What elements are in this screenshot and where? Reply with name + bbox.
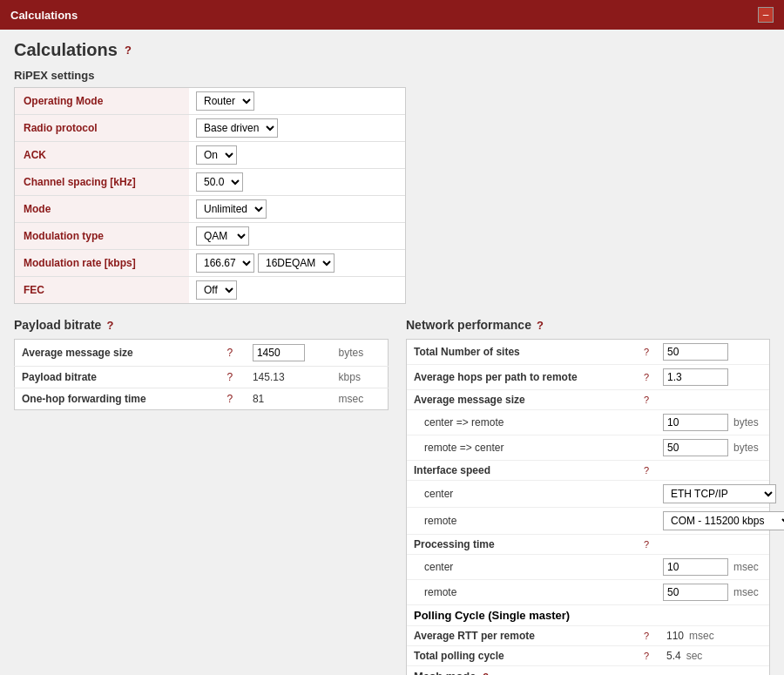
avg-message-size-input[interactable] [253, 344, 305, 361]
payload-table: Average message size ? bytes Payload bit… [14, 339, 389, 410]
ack-select[interactable]: OnOff [196, 145, 237, 165]
operating-mode-label: Operating Mode [15, 88, 189, 114]
page-help-icon[interactable]: ? [125, 44, 132, 57]
interface-speed-label: Interface speed [414, 464, 640, 476]
center-processing-row: center ? msec [407, 555, 769, 580]
remote-processing-unit: msec [733, 586, 759, 598]
payload-bitrate-row: Payload bitrate ? 145.13 kbps [15, 367, 389, 388]
minimize-button[interactable]: – [758, 7, 774, 23]
page-title-row: Calculations ? [14, 40, 770, 60]
processing-time-help[interactable]: ? [644, 539, 656, 550]
ack-value: OnOff [189, 142, 244, 168]
avg-hops-label: Average hops per path to remote [414, 371, 640, 383]
modulation-rate-label: Modulation rate [kbps] [15, 250, 189, 276]
remote-processing-label: remote [414, 586, 640, 598]
right-column: Network performance ? Total Number of si… [406, 318, 770, 675]
avg-rtt-label: Average RTT per remote [414, 630, 640, 642]
total-polling-label: Total polling cycle [414, 650, 640, 662]
avg-msg-size-header-row: Average message size ? [407, 390, 769, 410]
channel-spacing-label: Channel spacing [kHz] [15, 169, 189, 195]
avg-message-size-value [246, 340, 332, 367]
interface-speed-header-row: Interface speed ? [407, 461, 769, 481]
remote-interface-label: remote [414, 515, 640, 527]
payload-bitrate-label: Payload bitrate [15, 367, 220, 388]
mode-label: Mode [15, 196, 189, 222]
channel-spacing-value: 50.025.012.5 [189, 169, 250, 195]
ack-row: ACK OnOff [15, 142, 405, 169]
avg-hops-help[interactable]: ? [644, 372, 656, 382]
mesh-mode-label: Mesh mode ? [414, 670, 640, 675]
remote-to-center-row: remote => center ? bytes [407, 435, 769, 461]
center-processing-label: center [414, 561, 640, 573]
interface-speed-help[interactable]: ? [644, 465, 656, 476]
operating-mode-value: RouterBridgeSlave [189, 88, 261, 114]
fec-value: OffOn [189, 277, 244, 303]
remote-to-center-label: remote => center [414, 442, 640, 454]
mode-select[interactable]: UnlimitedLimited [196, 199, 267, 219]
remote-to-center-unit: bytes [733, 442, 759, 454]
one-hop-row: One-hop forwarding time ? 81 msec [15, 388, 389, 410]
center-processing-unit: msec [733, 561, 759, 573]
modulation-rate-value: 166.6783.33 16DEQAM8DEQAM [189, 250, 341, 276]
center-interface-select[interactable]: ETH TCP/IP COM - 115200 kbps COM - 57600… [663, 484, 776, 503]
total-sites-label: Total Number of sites [414, 346, 640, 358]
total-polling-help[interactable]: ? [644, 651, 656, 661]
modulation-type-value: QAM4FSK [189, 223, 256, 249]
avg-rtt-unit: msec [689, 630, 714, 642]
payload-section-header: Payload bitrate ? [14, 318, 389, 332]
modulation-type-row: Modulation type QAM4FSK [15, 223, 405, 250]
avg-message-size-unit: bytes [332, 340, 389, 367]
payload-help-icon[interactable]: ? [106, 319, 113, 332]
avg-message-size-label: Average message size [15, 340, 220, 367]
payload-bitrate-value: 145.13 [246, 367, 332, 388]
network-help-icon[interactable]: ? [537, 319, 544, 332]
main-content: Calculations ? RiPEX settings Operating … [0, 30, 784, 675]
center-processing-input[interactable] [663, 558, 728, 576]
polling-cycle-title-row: Polling Cycle (Single master) [407, 605, 769, 626]
total-sites-row: Total Number of sites ? [407, 340, 769, 365]
fec-label: FEC [15, 277, 189, 303]
avg-hops-input[interactable] [663, 368, 728, 386]
total-sites-input[interactable] [663, 343, 728, 361]
radio-protocol-label: Radio protocol [15, 115, 189, 141]
total-sites-help[interactable]: ? [644, 347, 656, 357]
center-to-remote-label: center => remote [414, 416, 640, 429]
network-section-header: Network performance ? [406, 318, 770, 332]
remote-processing-row: remote ? msec [407, 580, 769, 605]
center-to-remote-row: center => remote ? bytes [407, 410, 769, 435]
channel-spacing-select[interactable]: 50.025.012.5 [196, 172, 243, 192]
modulation-type-select[interactable]: QAM4FSK [196, 226, 249, 246]
ack-label: ACK [15, 142, 189, 168]
avg-message-size-help[interactable]: ? [220, 340, 245, 367]
processing-time-header-row: Processing time ? [407, 535, 769, 555]
radio-protocol-value: Base drivenFlexible [189, 115, 285, 141]
center-to-remote-input[interactable] [663, 414, 728, 431]
remote-to-center-input[interactable] [663, 439, 728, 456]
title-bar: Calculations – [0, 0, 784, 30]
ripex-section-title: RiPEX settings [14, 69, 770, 82]
mesh-mode-help[interactable]: ? [483, 672, 489, 675]
avg-rtt-help[interactable]: ? [644, 631, 656, 641]
payload-bitrate-unit: kbps [332, 367, 389, 388]
operating-mode-select[interactable]: RouterBridgeSlave [196, 91, 254, 111]
avg-rtt-value: 110 [666, 630, 684, 642]
remote-processing-input[interactable] [663, 584, 728, 601]
one-hop-value: 81 [246, 388, 332, 410]
radio-protocol-select[interactable]: Base drivenFlexible [196, 118, 278, 138]
page-title: Calculations [14, 40, 118, 60]
modulation-rate-select2[interactable]: 16DEQAM8DEQAM [258, 253, 335, 273]
payload-bitrate-help[interactable]: ? [220, 367, 245, 388]
operating-mode-row: Operating Mode RouterBridgeSlave [15, 88, 405, 115]
avg-msg-size-header-help[interactable]: ? [644, 395, 656, 405]
remote-interface-select[interactable]: ETH TCP/IP COM - 115200 kbps COM - 57600… [663, 511, 784, 530]
fec-row: FEC OffOn [15, 277, 405, 303]
avg-message-size-row: Average message size ? bytes [15, 340, 389, 367]
modulation-rate-select1[interactable]: 166.6783.33 [196, 253, 254, 273]
one-hop-help[interactable]: ? [220, 388, 245, 410]
avg-rtt-row: Average RTT per remote ? 110 msec [407, 626, 769, 646]
fec-select[interactable]: OffOn [196, 280, 237, 300]
remote-interface-row: remote ? ETH TCP/IP COM - 115200 kbps CO… [407, 508, 769, 535]
center-to-remote-unit: bytes [733, 416, 759, 429]
center-interface-row: center ? ETH TCP/IP COM - 115200 kbps CO… [407, 481, 769, 508]
radio-protocol-row: Radio protocol Base drivenFlexible [15, 115, 405, 142]
